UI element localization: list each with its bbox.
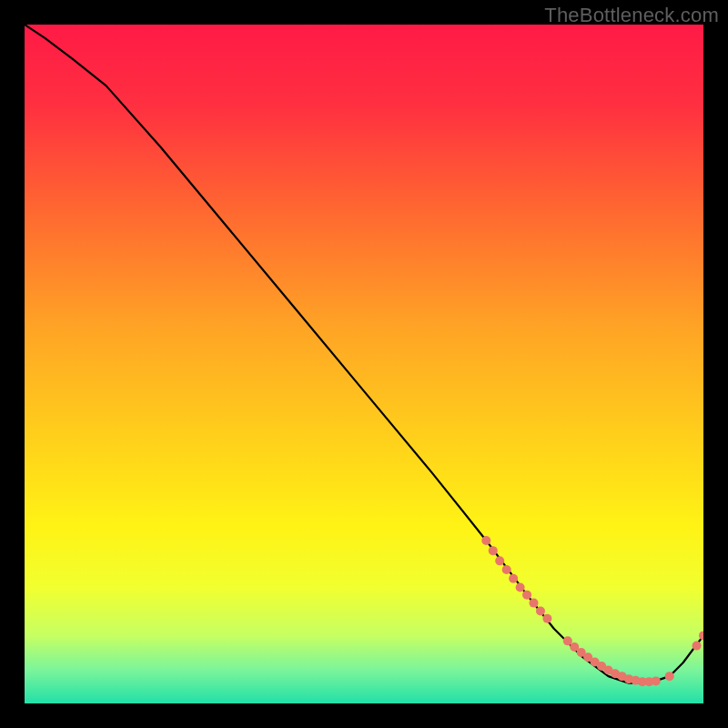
gpu-marker [481, 536, 490, 545]
gpu-marker [502, 565, 511, 574]
gpu-marker [509, 574, 518, 583]
gpu-marker [495, 556, 504, 565]
chart-frame: TheBottleneck.com [0, 0, 728, 728]
gpu-marker [665, 672, 674, 681]
gpu-marker [542, 614, 551, 623]
gpu-marker [536, 607, 545, 616]
gpu-marker [516, 582, 525, 592]
watermark-text: TheBottleneck.com [544, 4, 719, 27]
gpu-marker [489, 546, 498, 555]
gpu-marker [652, 676, 661, 685]
gpu-marker [693, 642, 702, 651]
gradient-background [25, 25, 703, 703]
gpu-marker [522, 591, 531, 600]
gpu-marker [563, 636, 572, 645]
gpu-marker [530, 599, 539, 608]
plot-svg [25, 25, 703, 703]
plot-area [25, 25, 703, 703]
